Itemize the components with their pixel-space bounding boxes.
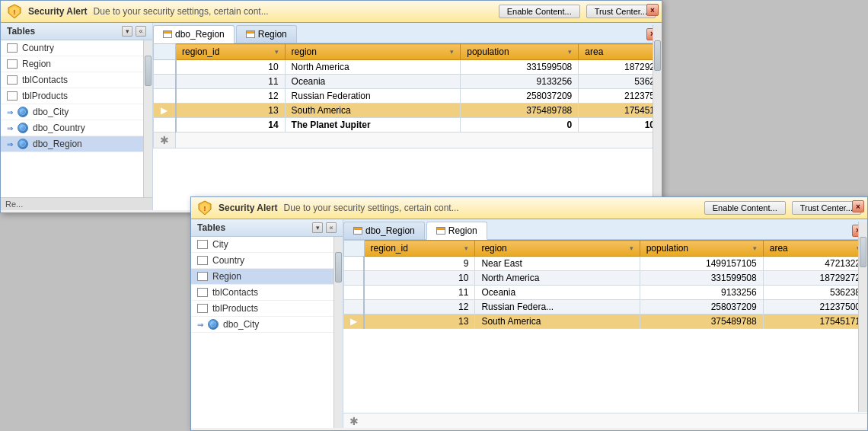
trust-center-btn-2[interactable]: Trust Center... — [792, 201, 861, 215]
cell-region[interactable]: North America — [285, 60, 461, 75]
grid-scrollbar-v-2[interactable] — [858, 222, 867, 412]
table-row[interactable]: 14 The Planet Jupiter 0 10 — [154, 118, 662, 132]
tab-dbo-region-2[interactable]: dbo_Region — [343, 222, 425, 239]
cell-population[interactable]: 258037209 — [640, 300, 763, 314]
collapse-btn-2[interactable]: « — [326, 222, 337, 233]
cell-area[interactable]: 212375 — [579, 89, 662, 104]
cell-region-id[interactable]: 9 — [364, 257, 475, 271]
cell-region[interactable]: Russian Federa... — [475, 300, 640, 314]
cell-area[interactable]: 187292 — [579, 60, 662, 75]
grid-scrollbar-v-1[interactable] — [653, 25, 662, 203]
enable-content-btn-1[interactable]: Enable Content... — [499, 5, 580, 18]
col-header-region-id[interactable]: region_id▾ — [176, 44, 286, 60]
cell-area[interactable]: 5362 — [579, 75, 662, 89]
sidebar-scrollbar-2[interactable] — [333, 237, 343, 428]
cell-area[interactable]: 10 — [579, 118, 662, 132]
cell-population[interactable]: 1499157105 — [640, 257, 763, 271]
cell-region-id[interactable]: 12 — [176, 89, 286, 104]
table-row[interactable]: 12 Russian Federa... 258037209 21237500 — [344, 300, 867, 314]
alert-title-1: Security Alert — [28, 6, 88, 17]
cell-region[interactable]: The Planet Jupiter — [285, 118, 461, 132]
sidebar-item-tblcontacts-2[interactable]: tblContacts — [191, 285, 333, 301]
table-row[interactable]: 10 North America 331599508 187292 — [154, 60, 662, 75]
tab-region-1[interactable]: Region — [236, 25, 297, 43]
col-header-population-2[interactable]: population▾ — [640, 241, 763, 257]
cell-region[interactable]: South America — [475, 314, 640, 329]
table-row[interactable]: 10 North America 331599508 18729272 — [344, 271, 867, 286]
cell-region[interactable]: North America — [475, 271, 640, 286]
table-row[interactable]: 11 Oceania 9133256 536238 — [344, 286, 867, 300]
col-header-population[interactable]: population▾ — [461, 44, 579, 60]
link-arrow-icon: ⇒ — [197, 321, 203, 329]
cell-region-id[interactable]: 11 — [176, 75, 286, 89]
cell-region-id[interactable]: 10 — [176, 60, 286, 75]
cell-population[interactable]: 0 — [461, 118, 579, 132]
svg-text:!: ! — [204, 205, 206, 212]
tab-region-2[interactable]: Region — [426, 222, 487, 240]
cell-population[interactable]: 375489788 — [640, 314, 763, 329]
cell-region-id[interactable]: 13 — [364, 314, 475, 329]
sidebar-item-tblcontacts[interactable]: tblContacts — [1, 72, 143, 88]
new-row-cell[interactable] — [176, 132, 662, 148]
new-row[interactable]: ✱ — [154, 132, 662, 148]
cell-population[interactable]: 258037209 — [461, 89, 579, 104]
cell-region-id[interactable]: 12 — [364, 300, 475, 314]
sidebar-item-region[interactable]: Region — [1, 56, 143, 72]
bottom-tab-1[interactable]: Re... — [1, 197, 152, 210]
cell-population[interactable]: 375489788 — [461, 104, 579, 118]
cell-area[interactable]: 4721322 — [763, 257, 866, 271]
cell-region[interactable]: Oceania — [475, 286, 640, 300]
cell-region[interactable]: Near East — [475, 257, 640, 271]
col-header-area[interactable]: area — [579, 44, 662, 60]
col-header-region-2[interactable]: region▾ — [475, 241, 640, 257]
col-header-area-2[interactable]: area▾ — [763, 241, 866, 257]
trust-center-btn-1[interactable]: Trust Center... — [586, 5, 656, 18]
cell-area[interactable]: 18729272 — [763, 271, 866, 286]
cell-region-id[interactable]: 13 — [176, 104, 286, 118]
sidebar-item-dbo-city[interactable]: ⇒ dbo_City — [1, 104, 143, 120]
sidebar-item-dbo-city-2[interactable]: ⇒ dbo_City — [191, 317, 333, 333]
data-grid-2[interactable]: region_id▾ region▾ population▾ area▾ — [343, 240, 867, 413]
sidebar-item-city[interactable]: City — [191, 237, 333, 253]
table-row[interactable]: 11 Oceania 9133256 5362 — [154, 75, 662, 89]
cell-region[interactable]: South America — [285, 104, 461, 118]
cell-area[interactable]: 21237500 — [763, 300, 866, 314]
tab-dbo-region-1[interactable]: dbo_Region — [153, 25, 235, 43]
cell-population[interactable]: 331599508 — [640, 271, 763, 286]
sidebar-item-dbo-country[interactable]: ⇒ dbo_Country — [1, 120, 143, 136]
sidebar-item-country-2[interactable]: Country — [191, 253, 333, 269]
cell-region[interactable]: Russian Federation — [285, 89, 461, 104]
col-header-region[interactable]: region▾ — [285, 44, 461, 60]
dropdown-btn-1[interactable]: ▾ — [122, 26, 132, 37]
cell-population[interactable]: 9133256 — [640, 286, 763, 300]
tab-label: Region — [258, 29, 287, 40]
cell-region-id[interactable]: 14 — [176, 118, 286, 132]
security-bar-1: ! Security Alert Due to your security se… — [1, 1, 662, 23]
sidebar-item-dbo-region[interactable]: ⇒ dbo_Region — [1, 136, 143, 152]
table-row-selected-2[interactable]: ▶ 13 South America 375489788 17545171 — [344, 314, 867, 329]
dropdown-btn-2[interactable]: ▾ — [312, 222, 323, 233]
cell-region[interactable]: Oceania — [285, 75, 461, 89]
sidebar-item-country[interactable]: Country — [1, 40, 143, 56]
enable-content-btn-2[interactable]: Enable Content... — [704, 201, 786, 215]
table-row[interactable]: 12 Russian Federation 258037209 212375 — [154, 89, 662, 104]
cell-area[interactable]: 536238 — [763, 286, 866, 300]
cell-region-id[interactable]: 11 — [364, 286, 475, 300]
close-btn-1[interactable]: × — [646, 4, 659, 16]
sidebar-item-tblproducts-2[interactable]: tblProducts — [191, 301, 333, 317]
table-row[interactable]: 9 Near East 1499157105 4721322 — [344, 257, 867, 271]
sidebar-item-region-2[interactable]: Region — [191, 269, 333, 285]
col-header-region-id-2[interactable]: region_id▾ — [364, 241, 475, 257]
sidebar-scrollbar-1[interactable] — [143, 40, 152, 197]
cell-population[interactable]: 9133256 — [461, 75, 579, 89]
collapse-btn-1[interactable]: « — [136, 26, 146, 37]
table-row-selected[interactable]: ▶ 13 South America 375489788 175451 — [154, 104, 662, 118]
alert-title-2: Security Alert — [219, 203, 278, 213]
cell-area[interactable]: 175451 — [579, 104, 662, 118]
cell-population[interactable]: 331599508 — [461, 60, 579, 75]
data-grid-1[interactable]: region_id▾ region▾ population▾ area — [153, 43, 662, 210]
cell-area[interactable]: 17545171 — [763, 314, 866, 329]
close-btn-2[interactable]: × — [852, 200, 864, 212]
cell-region-id[interactable]: 10 — [364, 271, 475, 286]
sidebar-item-tblproducts[interactable]: tblProducts — [1, 88, 143, 104]
